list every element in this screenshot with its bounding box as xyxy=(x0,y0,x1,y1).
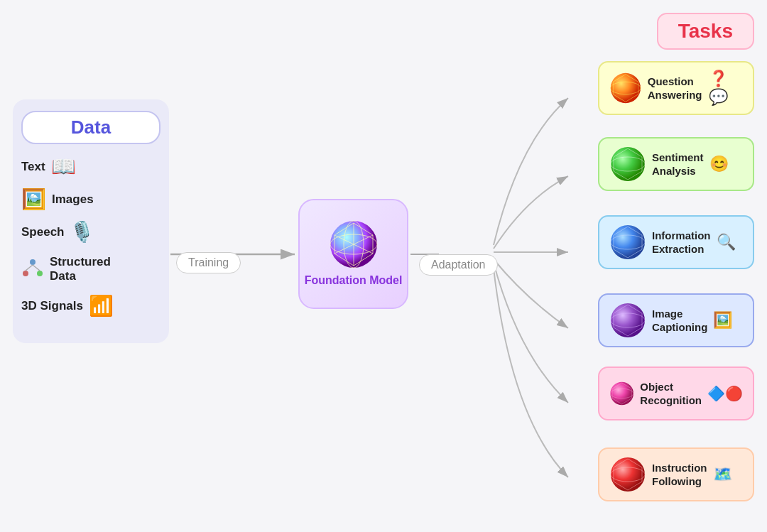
text-label: Text xyxy=(21,160,45,174)
foundation-model-box: Foundation Model xyxy=(298,199,408,309)
data-item-3dsignals: 3D Signals 📶 xyxy=(21,296,161,316)
object-sphere xyxy=(609,375,634,412)
object-icon: 🔷🔴 xyxy=(707,385,743,402)
task-card-instruction: InstructionFollowing 🗺️ xyxy=(598,447,754,501)
task-card-sentiment: SentimentAnalysis 😊 xyxy=(598,137,754,191)
adaptation-label: Adaptation xyxy=(419,254,498,276)
foundation-sphere xyxy=(329,219,379,269)
sentiment-icon: 😊 xyxy=(709,155,729,173)
caption-icon: 🖼️ xyxy=(713,311,732,330)
svg-point-4 xyxy=(23,271,28,276)
caption-label: ImageCaptioning xyxy=(652,307,707,335)
task-card-info: InformationExtraction 🔍 xyxy=(598,215,754,269)
speech-label: Speech xyxy=(21,225,64,239)
qa-sphere xyxy=(609,70,642,107)
info-sphere xyxy=(609,224,646,261)
training-label: Training xyxy=(176,252,241,273)
svg-point-3 xyxy=(30,259,36,265)
tasks-title-box: Tasks xyxy=(657,13,754,50)
svg-line-7 xyxy=(33,265,40,271)
sentiment-sphere xyxy=(609,146,646,183)
svg-line-6 xyxy=(26,265,33,271)
svg-point-18 xyxy=(611,147,645,181)
task-card-qa: QuestionAnswering ❓💬 xyxy=(598,61,754,115)
structured-data-icon xyxy=(21,258,44,281)
images-label: Images xyxy=(52,192,94,207)
signals-label: 3D Signals xyxy=(21,299,83,313)
text-icon: 📖 xyxy=(51,157,76,177)
info-label: InformationExtraction xyxy=(652,229,711,256)
svg-point-27 xyxy=(610,382,633,406)
sentiment-label: SentimentAnalysis xyxy=(652,151,704,178)
structured-label: StructuredData xyxy=(50,255,111,283)
caption-sphere xyxy=(609,302,646,339)
foundation-label: Foundation Model xyxy=(305,273,403,288)
svg-point-21 xyxy=(611,225,645,259)
images-icon: 🖼️ xyxy=(21,190,46,210)
speech-icon: 🎙️ xyxy=(70,222,94,242)
instruction-label: InstructionFollowing xyxy=(652,461,707,489)
data-item-images: 🖼️ Images xyxy=(21,190,161,210)
task-card-object: ObjectRecognition 🔷🔴 xyxy=(598,367,754,420)
svg-point-24 xyxy=(611,303,645,337)
tasks-title: Tasks xyxy=(678,20,733,42)
data-item-speech: Speech 🎙️ xyxy=(21,222,161,242)
instruction-sphere xyxy=(609,456,646,493)
qa-label: QuestionAnswering xyxy=(648,75,702,102)
data-title-box: Data xyxy=(21,111,161,144)
svg-point-30 xyxy=(611,457,645,492)
qa-icon: ❓💬 xyxy=(709,70,743,107)
data-item-structured: StructuredData xyxy=(21,255,161,283)
task-card-caption: ImageCaptioning 🖼️ xyxy=(598,293,754,347)
svg-point-5 xyxy=(37,271,43,276)
data-panel: Data Text 📖 🖼️ Images Speech 🎙️ Structur… xyxy=(13,99,169,343)
instruction-icon: 🗺️ xyxy=(713,465,732,484)
svg-point-15 xyxy=(611,73,641,103)
info-icon: 🔍 xyxy=(717,233,736,251)
data-item-text: Text 📖 xyxy=(21,157,161,177)
signals-icon: 📶 xyxy=(89,296,114,316)
data-title: Data xyxy=(71,116,111,138)
object-label: ObjectRecognition xyxy=(640,380,702,408)
